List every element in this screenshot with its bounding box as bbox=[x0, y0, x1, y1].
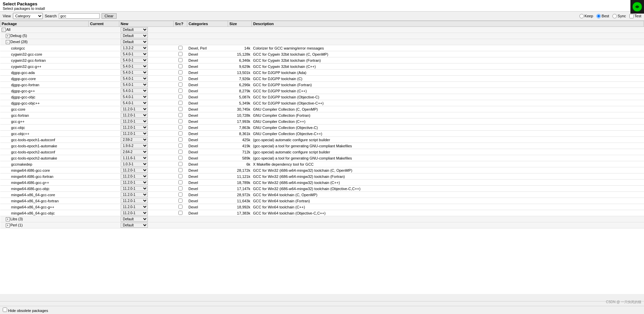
package-name: mingw64-x86_64-gcc-fortran bbox=[0, 198, 89, 204]
package-categories: Devel bbox=[187, 161, 228, 167]
src-checkbox[interactable] bbox=[178, 70, 182, 74]
package-name: djgpp-gcc-g++ bbox=[0, 88, 89, 94]
package-size: 11,643k bbox=[228, 198, 252, 204]
radio-test[interactable]: Test bbox=[629, 14, 641, 18]
src-checkbox[interactable] bbox=[178, 144, 182, 148]
table-row: mingw64-i686-gcc-g++11.2.0-1Devel18,789k… bbox=[0, 180, 644, 186]
src-checkbox[interactable] bbox=[178, 95, 182, 99]
search-input[interactable] bbox=[59, 13, 100, 19]
radio-best[interactable]: Best bbox=[596, 14, 609, 18]
src-checkbox[interactable] bbox=[178, 199, 182, 203]
col-package[interactable]: Package bbox=[0, 21, 89, 27]
src-checkbox[interactable] bbox=[178, 46, 182, 50]
package-categories: Devel bbox=[187, 70, 228, 76]
package-size: 5,087k bbox=[228, 94, 252, 100]
package-categories: Devel bbox=[187, 63, 228, 70]
package-description: GCC for Win32 (i686-w64-mingw32) toolcha… bbox=[252, 180, 644, 186]
package-description: GCC for Win64 toolchain (Objective-C,C++… bbox=[252, 210, 644, 216]
table-row: gcc-g++11.2.0-1Devel17,993kGNU Compiler … bbox=[0, 118, 644, 125]
src-checkbox[interactable] bbox=[178, 156, 182, 160]
src-checkbox[interactable] bbox=[178, 131, 182, 135]
src-checkbox[interactable] bbox=[178, 150, 182, 154]
window-title: Select Packages bbox=[3, 1, 641, 6]
package-categories: Devel bbox=[187, 125, 228, 131]
table-row: djgpp-gcc-core5.4.0-1Devel7,926kGCC for … bbox=[0, 76, 644, 82]
expand-icon[interactable]: + bbox=[6, 34, 10, 38]
hide-obsolete-checkbox[interactable] bbox=[3, 308, 7, 312]
package-name: mingw64-i686-gcc-objc bbox=[0, 186, 89, 192]
hide-obsolete-label[interactable]: Hide obsolete packages bbox=[3, 308, 48, 313]
src-checkbox[interactable] bbox=[178, 168, 182, 172]
table-row: mingw64-i686-gcc-fortran11.2.0-1Devel11,… bbox=[0, 173, 644, 180]
package-description: (gcc-special) a tool for generating GNU-… bbox=[252, 155, 644, 161]
group-name: Libs (3) bbox=[11, 217, 23, 221]
expand-icon[interactable]: + bbox=[6, 223, 10, 227]
table-row: mingw64-x86_64-gcc-core11.2.0-1Devel28,9… bbox=[0, 192, 644, 198]
src-checkbox[interactable] bbox=[178, 89, 182, 93]
package-description: (gcc-special) a tool for generating GNU-… bbox=[252, 143, 644, 149]
src-checkbox[interactable] bbox=[178, 107, 182, 111]
radio-keep[interactable]: Keep bbox=[579, 14, 593, 18]
package-name: mingw64-x86_64-gcc-objc bbox=[0, 210, 89, 216]
package-size: 8,279k bbox=[228, 88, 252, 94]
package-description: GCC for Win32 (i686-w64-mingw32) toolcha… bbox=[252, 186, 644, 192]
package-categories: Devel bbox=[187, 180, 228, 186]
expand-icon[interactable]: + bbox=[6, 217, 10, 221]
src-checkbox[interactable] bbox=[178, 58, 182, 62]
package-name: djgpp-gcc-core bbox=[0, 76, 89, 82]
src-checkbox[interactable] bbox=[178, 82, 182, 87]
package-categories: Devel bbox=[187, 149, 228, 155]
col-current[interactable]: Current bbox=[89, 21, 119, 27]
src-checkbox[interactable] bbox=[178, 52, 182, 56]
src-checkbox[interactable] bbox=[178, 64, 182, 68]
package-name: mingw64-i686-gcc-g++ bbox=[0, 180, 89, 186]
view-select[interactable]: Category Full Partial Up To Date Not Ins… bbox=[13, 13, 43, 19]
package-size: 18,992k bbox=[228, 204, 252, 210]
package-categories: Devel bbox=[187, 155, 228, 161]
package-size: 15,128k bbox=[228, 51, 252, 57]
src-checkbox[interactable] bbox=[178, 174, 182, 178]
src-checkbox[interactable] bbox=[178, 76, 182, 80]
src-checkbox[interactable] bbox=[178, 180, 182, 184]
package-description: GCC for Cygwin 32bit toolchain (C++) bbox=[252, 63, 644, 70]
src-checkbox[interactable] bbox=[178, 186, 182, 190]
package-categories: Devel bbox=[187, 210, 228, 216]
package-size: 11,121k bbox=[228, 173, 252, 180]
table-row: colorgcc1.3.2-2Devel, Perl14kColorizer f… bbox=[0, 45, 644, 51]
package-description: (gcc-special) automatic configure script… bbox=[252, 137, 644, 143]
window-subtitle: Select packages to install bbox=[3, 6, 641, 11]
package-name: mingw64-i686-gcc-core bbox=[0, 167, 89, 173]
radio-sync[interactable]: Sync bbox=[612, 14, 626, 18]
package-name: gcc-objc bbox=[0, 125, 89, 131]
package-size: 8,361k bbox=[228, 131, 252, 137]
src-checkbox[interactable] bbox=[178, 162, 182, 166]
col-description[interactable]: Description bbox=[252, 21, 644, 27]
col-categories[interactable]: Categories bbox=[187, 21, 228, 27]
horizontal-scrollbar[interactable] bbox=[0, 301, 644, 306]
package-description: GCC for Win32 (i686-w64-mingw32) toolcha… bbox=[252, 173, 644, 180]
package-name: mingw64-x86_64-gcc-core bbox=[0, 192, 89, 198]
src-checkbox[interactable] bbox=[178, 192, 182, 197]
src-checkbox[interactable] bbox=[178, 205, 182, 209]
col-new[interactable]: New bbox=[119, 21, 174, 27]
package-name: cygwin32-gcc-g++ bbox=[0, 63, 89, 70]
col-size[interactable]: Size bbox=[228, 21, 252, 27]
src-checkbox[interactable] bbox=[178, 119, 182, 123]
col-src[interactable]: Src? bbox=[174, 21, 187, 27]
package-name: gcc-fortran bbox=[0, 112, 89, 118]
package-size: 7,863k bbox=[228, 125, 252, 131]
package-size: 589k bbox=[228, 155, 252, 161]
expand-icon[interactable]: − bbox=[6, 40, 10, 44]
package-name: gcc-core bbox=[0, 106, 89, 112]
src-checkbox[interactable] bbox=[178, 125, 182, 129]
src-checkbox[interactable] bbox=[178, 113, 182, 117]
package-size: 28,972k bbox=[228, 192, 252, 198]
src-checkbox[interactable] bbox=[178, 137, 182, 142]
package-name: cygwin32-gcc-core bbox=[0, 51, 89, 57]
package-size: 9,629k bbox=[228, 63, 252, 70]
src-checkbox[interactable] bbox=[178, 101, 182, 105]
src-checkbox[interactable] bbox=[178, 211, 182, 215]
clear-button[interactable]: Clear bbox=[102, 13, 117, 19]
group-row: +Perl (1)Default bbox=[0, 222, 644, 228]
expand-icon[interactable]: − bbox=[2, 28, 6, 32]
